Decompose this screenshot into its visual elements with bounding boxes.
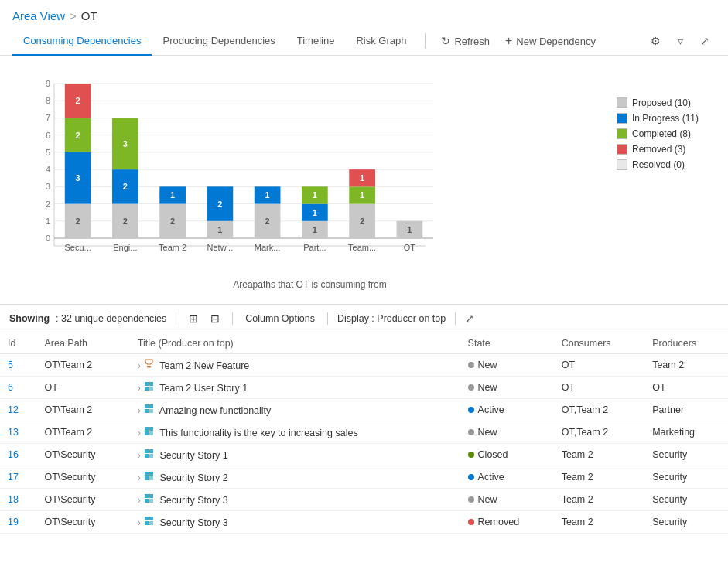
- row-consumers: Team 2: [554, 511, 644, 534]
- table-row: 5OT\Team 2› Team 2 New FeatureNewOTTeam …: [0, 354, 728, 377]
- row-producers: Security: [644, 444, 728, 466]
- state-dot: [468, 519, 474, 525]
- svg-text:2: 2: [170, 217, 175, 226]
- new-dependency-button[interactable]: + New Dependency: [497, 29, 603, 53]
- svg-rect-77: [145, 409, 149, 413]
- table-area: Showing : 32 unique dependencies ⊞ ⊟ Col…: [0, 304, 728, 534]
- row-area-path: OT\Team 2: [36, 399, 129, 421]
- tab-producing-dependencies[interactable]: Producing Dependencies: [152, 27, 285, 56]
- row-id-link[interactable]: 12: [8, 404, 19, 415]
- row-producers: Marketing: [644, 421, 728, 444]
- row-id-link[interactable]: 5: [8, 360, 13, 370]
- col-header-title: Title (Producer on top): [130, 333, 460, 354]
- state-dot: [468, 384, 474, 391]
- row-expand-icon[interactable]: ›: [138, 428, 141, 438]
- row-producers: Security: [644, 489, 728, 511]
- column-options-button[interactable]: Column Options: [242, 312, 318, 326]
- svg-text:2: 2: [76, 131, 80, 140]
- svg-text:3: 3: [76, 173, 80, 182]
- row-producers: OT: [644, 377, 728, 399]
- svg-text:2: 2: [46, 200, 50, 209]
- svg-rect-88: [149, 472, 153, 476]
- row-expand-icon[interactable]: ›: [138, 495, 141, 506]
- row-state: Closed: [460, 444, 554, 466]
- breadcrumb-current: OT: [81, 9, 97, 22]
- row-title: › Security Story 3: [130, 511, 460, 534]
- row-title-icon: [144, 384, 154, 393]
- svg-text:2: 2: [360, 217, 364, 226]
- svg-rect-73: [145, 387, 149, 391]
- row-expand-icon[interactable]: ›: [138, 405, 141, 416]
- inprogress-label: In Progress (11): [632, 113, 699, 124]
- settings-icon[interactable]: ⚙: [644, 30, 666, 52]
- row-title-icon: [144, 361, 154, 370]
- svg-text:Mark...: Mark...: [255, 243, 281, 252]
- row-id-link[interactable]: 6: [8, 382, 13, 393]
- state-text: Removed: [478, 517, 520, 527]
- expand-rows-button[interactable]: ⊞: [186, 311, 201, 326]
- filter-icon[interactable]: ▿: [669, 30, 691, 52]
- row-title-icon: [144, 406, 154, 415]
- row-consumers: OT,Team 2: [554, 421, 644, 444]
- toolbar-sep-3: [327, 312, 328, 325]
- row-id-link[interactable]: 13: [8, 427, 19, 438]
- tab-consuming-dependencies[interactable]: Consuming Dependencies: [12, 27, 152, 56]
- svg-text:1: 1: [170, 190, 175, 200]
- row-title-text: Security Story 2: [157, 472, 228, 483]
- showing-label: Showing: [9, 313, 50, 324]
- full-expand-icon[interactable]: ⤢: [465, 312, 474, 325]
- svg-text:4: 4: [46, 165, 50, 174]
- table-row: 13OT\Team 2› This functionality is the k…: [0, 421, 728, 444]
- svg-rect-96: [149, 517, 153, 520]
- row-title-text: Team 2 New Feature: [157, 360, 249, 371]
- state-dot: [468, 474, 474, 480]
- row-id-link[interactable]: 17: [8, 472, 19, 483]
- row-expand-icon[interactable]: ›: [138, 450, 141, 461]
- row-expand-icon[interactable]: ›: [138, 383, 141, 394]
- breadcrumb-area[interactable]: Area View: [12, 9, 65, 22]
- proposed-label: Proposed (10): [632, 97, 691, 108]
- legend-completed: Completed (8): [617, 128, 700, 139]
- col-header-id: Id: [0, 333, 36, 354]
- column-options-label: Column Options: [245, 313, 315, 324]
- svg-text:2: 2: [265, 217, 270, 226]
- row-state: New: [460, 421, 554, 444]
- tab-risk-graph[interactable]: Risk Graph: [345, 27, 417, 56]
- svg-text:2: 2: [123, 217, 128, 226]
- row-id-link[interactable]: 16: [8, 449, 19, 460]
- table-header: Id Area Path Title (Producer on top) Sta…: [0, 333, 728, 354]
- svg-text:1: 1: [360, 190, 364, 200]
- expand-icon[interactable]: ⤢: [694, 30, 716, 52]
- state-dot: [468, 362, 474, 368]
- tab-timeline[interactable]: Timeline: [286, 27, 346, 56]
- toolbar-right: ⚙ ▿ ⤢: [644, 30, 716, 52]
- row-expand-icon[interactable]: ›: [138, 360, 141, 371]
- row-state: Active: [460, 466, 554, 489]
- svg-text:7: 7: [46, 113, 50, 122]
- svg-text:1: 1: [360, 173, 364, 182]
- row-state: New: [460, 377, 554, 399]
- svg-rect-72: [149, 382, 153, 386]
- row-area-path: OT\Security: [36, 489, 129, 511]
- row-title: › Team 2 User Story 1: [130, 377, 460, 399]
- display-label: Display : Producer on top: [337, 313, 446, 324]
- state-text: New: [478, 427, 497, 438]
- showing-text: : 32 unique dependencies: [56, 313, 166, 324]
- row-title: › Amazing new functionality: [130, 399, 460, 421]
- row-title-text: This functionality is the key to increas…: [157, 428, 358, 438]
- svg-text:3: 3: [123, 139, 128, 148]
- row-id-link[interactable]: 18: [8, 494, 19, 505]
- state-dot: [468, 407, 474, 413]
- completed-label: Completed (8): [632, 128, 691, 139]
- col-header-state: State: [460, 333, 554, 354]
- row-title-icon: [144, 451, 154, 460]
- toolbar-sep-2: [232, 312, 233, 325]
- row-expand-icon[interactable]: ›: [138, 472, 141, 483]
- svg-rect-91: [145, 494, 149, 498]
- col-header-consumers: Consumers: [554, 333, 644, 354]
- refresh-button[interactable]: ↻ Refresh: [433, 30, 497, 52]
- row-expand-icon[interactable]: ›: [138, 517, 141, 528]
- row-id-link[interactable]: 19: [8, 517, 19, 527]
- collapse-rows-button[interactable]: ⊟: [207, 311, 223, 326]
- refresh-icon: ↻: [441, 35, 450, 47]
